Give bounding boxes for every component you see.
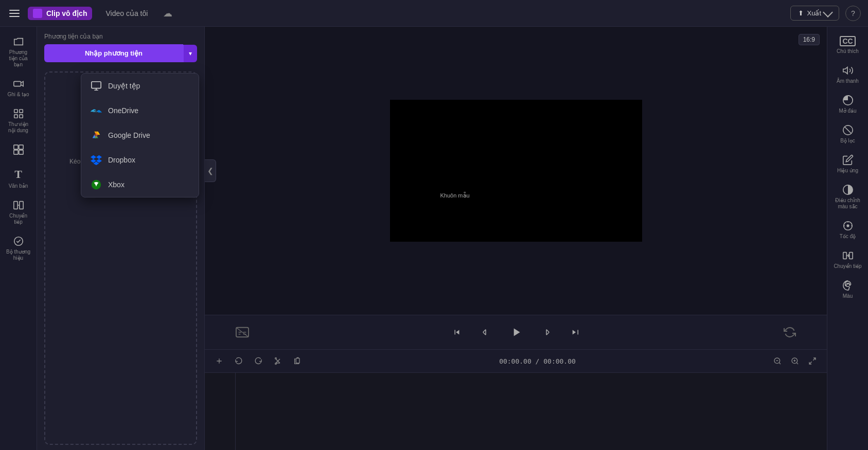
skip-to-start-button[interactable] — [449, 324, 465, 340]
timeline-time-display: 00:00.00 / 00:00.00 — [310, 357, 765, 365]
zoom-in-button[interactable] — [788, 354, 802, 368]
menu-button[interactable] — [7, 8, 22, 19]
cloud-sync-icon[interactable]: ☁ — [163, 8, 172, 19]
panel-header-label: Phương tiện của bạn — [44, 33, 103, 40]
svg-rect-23 — [296, 358, 299, 363]
right-item-speed[interactable]: Tốc độ — [829, 216, 866, 244]
help-button[interactable]: ? — [845, 6, 861, 21]
fast-forward-button[interactable] — [538, 324, 555, 340]
timeline-current-time: 00:00.00 — [499, 357, 532, 365]
export-label: Xuất — [807, 9, 821, 17]
video-preview: ❮ Khuôn mẫu 16:9 — [205, 27, 827, 315]
timeline-area: 00:00.00 / 00:00.00 — [205, 349, 827, 450]
library-icon — [13, 108, 24, 119]
right-item-captions-label: Chú thích — [837, 48, 859, 55]
filters-icon — [842, 124, 854, 136]
play-button[interactable] — [506, 322, 526, 342]
sidebar-item-media-label: Phương tiện của bạn — [5, 49, 32, 68]
right-item-captions[interactable]: CC Chú thích — [829, 32, 866, 59]
undo-button[interactable] — [232, 354, 246, 368]
import-button[interactable]: Nhập phương tiện — [44, 44, 183, 62]
dropdown-item-xbox[interactable]: Xbox — [81, 172, 199, 197]
timeline-total-time: 00:00.00 — [543, 357, 576, 365]
svg-line-28 — [796, 363, 798, 364]
redo-button[interactable] — [251, 354, 265, 368]
xbox-icon — [91, 179, 102, 190]
timeline-expand-button[interactable] — [805, 354, 820, 368]
dropdown-item-gdrive[interactable]: Google Drive — [81, 123, 199, 148]
right-item-intro[interactable]: Mở đầu — [829, 91, 866, 118]
dropdown-dropbox-label: Dropbox — [108, 156, 135, 164]
dropbox-icon — [91, 154, 102, 166]
sidebar-item-library-label: Thư viện nội dung — [5, 121, 32, 134]
svg-rect-12 — [92, 82, 101, 88]
import-chevron-button[interactable]: ▾ — [183, 45, 197, 62]
sidebar-item-templates[interactable] — [2, 140, 35, 161]
aspect-ratio-badge[interactable]: 16:9 — [799, 34, 820, 45]
sidebar-item-media[interactable]: Phương tiện của bạn — [2, 32, 35, 72]
right-item-effects[interactable]: Hiệu ứng — [829, 150, 866, 178]
rewind-button[interactable] — [477, 324, 494, 340]
dropdown-gdrive-label: Google Drive — [108, 131, 150, 139]
video-watermark: Khuôn mẫu — [440, 192, 470, 199]
dropdown-item-onedrive[interactable]: OneDrive — [81, 98, 199, 123]
panel-header: Phương tiện của bạn — [37, 27, 204, 44]
right-item-color[interactable]: Màu — [829, 276, 866, 303]
timeline-toolbar: 00:00.00 / 00:00.00 — [205, 350, 827, 373]
panel-area: Phương tiện của bạn Nhập phương tiện ▾ D… — [37, 27, 205, 450]
svg-rect-9 — [13, 202, 17, 209]
export-button[interactable]: ⬆ Xuất — [790, 6, 839, 21]
app-title: Clip vô địch — [46, 9, 87, 17]
center-area: ❮ Khuôn mẫu 16:9 — [205, 27, 827, 450]
effects-icon — [842, 154, 854, 166]
track-label-column — [205, 373, 236, 450]
right-item-speed-label: Tốc độ — [840, 233, 856, 240]
sidebar-item-text-label: Văn bản — [9, 183, 28, 189]
captions-icon: CC — [840, 36, 855, 46]
add-clip-button[interactable] — [212, 354, 226, 368]
sidebar-item-library[interactable]: Thư viện nội dung — [2, 104, 35, 138]
dropdown-item-dropbox[interactable]: Dropbox — [81, 148, 199, 172]
right-item-transitions[interactable]: Chuyển tiếp — [829, 246, 866, 274]
paste-button[interactable] — [290, 354, 305, 368]
right-item-color-adjust[interactable]: Điều chỉnh màu sắc — [829, 180, 866, 214]
svg-point-19 — [275, 357, 277, 359]
svg-rect-1 — [14, 110, 17, 113]
collapse-panel-button[interactable]: ❮ — [205, 159, 216, 182]
right-item-effects-label: Hiệu ứng — [837, 168, 858, 174]
timeline-track-area — [205, 373, 827, 450]
sidebar-item-record-label: Ghi & tạo — [7, 92, 29, 98]
left-sidebar: Phương tiện của bạn Ghi & tạo Thư viện — [0, 27, 37, 450]
sidebar-item-record[interactable]: Ghi & tạo — [2, 74, 35, 102]
right-sidebar: CC Chú thích Âm thanh Mở đầu — [827, 27, 868, 450]
svg-line-17 — [236, 328, 249, 337]
sidebar-item-text[interactable]: T Văn bản — [2, 164, 35, 193]
media-icon — [13, 36, 24, 47]
right-item-audio[interactable]: Âm thanh — [829, 61, 866, 88]
skip-to-end-button[interactable] — [567, 324, 583, 340]
zoom-out-button[interactable] — [770, 354, 785, 368]
tab-my-video[interactable]: Video của tôi — [98, 6, 155, 21]
color-palette-icon — [842, 280, 854, 291]
video-canvas: Khuôn mẫu — [390, 100, 642, 242]
record-icon — [13, 78, 24, 89]
intro-icon — [842, 95, 854, 106]
captions-toggle-button[interactable] — [236, 327, 249, 338]
templates-icon — [13, 144, 24, 155]
timeline-zoom-controls — [770, 354, 820, 368]
onedrive-icon — [91, 105, 102, 116]
svg-point-44 — [846, 283, 847, 284]
dropdown-item-browse[interactable]: Duyệt tệp — [81, 74, 199, 98]
sidebar-item-transitions[interactable]: Chuyển tiếp — [2, 195, 35, 229]
transitions-left-icon — [13, 200, 24, 211]
svg-point-45 — [848, 283, 849, 284]
track-content-area — [236, 373, 827, 450]
cut-button[interactable] — [271, 354, 285, 368]
loop-button[interactable] — [784, 326, 796, 338]
svg-rect-10 — [19, 202, 23, 209]
svg-line-25 — [779, 363, 781, 364]
right-item-transitions-label: Chuyển tiếp — [834, 263, 861, 269]
svg-rect-8 — [19, 150, 23, 154]
right-item-filters[interactable]: Bộ lọc — [829, 120, 866, 148]
sidebar-item-brand[interactable]: Bộ thương hiệu — [2, 231, 35, 265]
